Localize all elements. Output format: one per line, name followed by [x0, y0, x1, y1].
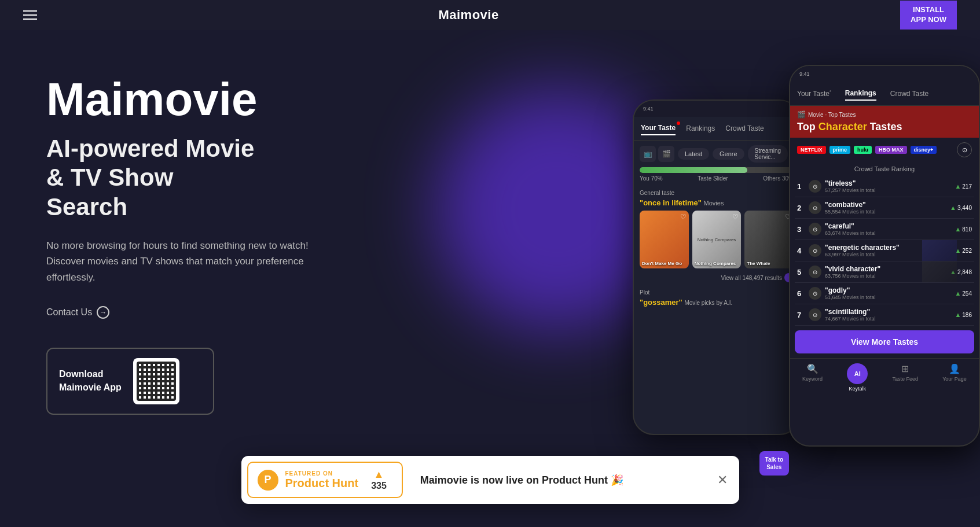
bottom-nav-taste-feed[interactable]: ⊞ Taste Feed — [892, 363, 918, 392]
rank-bg-color-5 — [922, 261, 957, 282]
phone2-tab-crowd-taste[interactable]: Crowd Taste — [890, 87, 928, 100]
taste-icon-4: ⊙ — [809, 244, 821, 257]
taste-info-3: careful 63,674 Movies in total — [825, 222, 955, 236]
movie-card-1[interactable]: ♡ Don't Make Me Go — [640, 211, 689, 268]
install-app-button[interactable]: INSTALL APP NOW — [900, 1, 957, 30]
rank-num-5: 5 — [797, 268, 809, 277]
taste-feed-icon: ⊞ — [901, 363, 909, 374]
rank-change-7: 186 — [962, 312, 972, 318]
keyword-icon: 🔍 — [807, 363, 818, 374]
taste-icon-3: ⊙ — [809, 223, 821, 235]
taste-count-6: 51,645 Movies in total — [825, 294, 955, 300]
rank-num-7: 7 — [797, 311, 809, 319]
taste-icon-5: ⊙ — [809, 266, 821, 278]
phone2-breadcrumb: 🎬 Movie · Top Tastes — [797, 110, 972, 119]
ranking-item-3[interactable]: 3 ⊙ careful 63,674 Movies in total ▲ 810 — [795, 219, 974, 240]
bottom-nav-your-page[interactable]: 👤 Your Page — [942, 363, 967, 392]
rank-bg-5 — [922, 261, 957, 282]
phone2-tab-rankings[interactable]: Rankings — [845, 87, 876, 101]
taste-name-2: combative — [825, 201, 950, 209]
movie-card-1-title: Don't Make Me Go — [642, 261, 687, 266]
hero-left-content: Maimovie AI-powered Movie& TV ShowSearch… — [46, 65, 370, 415]
hamburger-menu[interactable] — [23, 10, 37, 20]
bottom-nav-ai-keytalk[interactable]: AI Keytalk — [847, 363, 868, 392]
taste-name-3: careful — [825, 222, 955, 230]
hero-section: Maimovie AI-powered Movie& TV ShowSearch… — [0, 30, 980, 527]
view-all-btn[interactable]: View all 148,497 results → — [721, 273, 794, 282]
phone1-tab-crowd-taste[interactable]: Crowd Taste — [725, 122, 764, 135]
tv-icon[interactable]: 📺 — [640, 146, 656, 162]
ranking-list: 1 ⊙ tireless 57,257 Movies in total ▲ 21… — [790, 176, 979, 326]
ph-vote-count: 335 — [371, 481, 387, 491]
ph-upvote-arrow: ▲ — [374, 469, 384, 481]
disney-badge[interactable]: disney+ — [911, 146, 937, 154]
taste-slider-you-label: You 70% — [640, 175, 663, 182]
hbo-badge[interactable]: HBO MAX — [875, 146, 907, 154]
ph-featured-label: FEATURED ON — [285, 470, 359, 477]
taste-slider-fill — [640, 167, 747, 173]
ph-close-button[interactable]: ✕ — [706, 473, 739, 488]
general-taste-label: General taste — [634, 186, 799, 197]
bottom-nav-keyword[interactable]: 🔍 Keyword — [802, 363, 823, 392]
prime-badge[interactable]: prime — [829, 146, 851, 154]
hero-subtitle: AI-powered Movie& TV ShowSearch — [46, 134, 370, 222]
rank-change-6: 254 — [962, 290, 972, 297]
download-app-box: DownloadMaimovie App — [46, 348, 214, 415]
rank-arrow-3: ▲ — [955, 226, 961, 233]
taste-name-6: godly — [825, 286, 955, 294]
ranking-item-2[interactable]: 2 ⊙ combative 55,554 Movies in total ▲ 3… — [795, 197, 974, 219]
phone1-tab-rankings[interactable]: Rankings — [686, 122, 715, 135]
rank-num-6: 6 — [797, 289, 809, 298]
taste-icon-1: ⊙ — [809, 180, 821, 193]
taste-name-7: scintillating — [825, 308, 955, 316]
talk-to-sales-button[interactable]: Talk toSales — [759, 451, 789, 476]
filter-genre[interactable]: Genre — [713, 148, 744, 160]
movie-card-2[interactable]: Nothing Compares ♡ Nothing Compares — [692, 211, 742, 268]
taste-count-1: 57,257 Movies in total — [825, 187, 955, 193]
product-hunt-p-icon: P — [258, 470, 278, 491]
ranking-item-1[interactable]: 1 ⊙ tireless 57,257 Movies in total ▲ 21… — [795, 176, 974, 197]
taste-name-1: tireless — [825, 179, 955, 187]
taste-info-7: scintillating 74,667 Movies in total — [825, 308, 955, 322]
phone1-tab-your-taste[interactable]: Your Taste — [641, 121, 676, 135]
hulu-badge[interactable]: hulu — [854, 146, 872, 154]
plot-label: Plot — [634, 287, 799, 297]
contact-us-link[interactable]: Contact Us → — [46, 306, 370, 319]
rank-bg-color-4 — [922, 240, 957, 261]
movie-icon[interactable]: 🎬 — [658, 146, 674, 162]
ph-brand-label: Product Hunt — [285, 477, 359, 490]
heart-icon-1[interactable]: ♡ — [680, 213, 687, 221]
your-page-label: Your Page — [942, 376, 967, 382]
movie-card-3[interactable]: ♡ The Whale — [744, 211, 794, 268]
taste-slider-bar[interactable] — [640, 167, 794, 173]
filter-latest[interactable]: Latest — [678, 148, 709, 160]
movie-card-2-title: Nothing Compares — [695, 261, 739, 266]
phone2-filter-button[interactable]: ⊙ — [957, 142, 972, 157]
taste-count-3: 63,674 Movies in total — [825, 230, 955, 236]
heart-icon-2[interactable]: ♡ — [732, 213, 739, 221]
taste-feed-label: Taste Feed — [892, 376, 918, 382]
phone-2-mockup: 9:41 Your Taste* Rankings Crowd Taste 🎬 … — [789, 65, 980, 447]
phone1-filter-bar: 📺 🎬 Latest Genre Streaming Servic... ⊙ — [634, 141, 799, 167]
filter-streaming[interactable]: Streaming Servic... — [748, 145, 788, 163]
taste-info-1: tireless 57,257 Movies in total — [825, 179, 955, 193]
product-hunt-badge[interactable]: P FEATURED ON Product Hunt ▲ 335 — [247, 462, 403, 498]
rank-arrow-6: ▲ — [955, 290, 961, 297]
rank-arrow-1: ▲ — [955, 183, 961, 190]
nav-logo: Maimovie — [438, 8, 498, 23]
movie-cards-row: ♡ Don't Make Me Go Nothing Compares ♡ No… — [634, 211, 799, 273]
ranking-item-5[interactable]: 5 ⊙ vivid character 63,756 Movies in tot… — [795, 261, 974, 283]
phone2-tabs: Your Taste* Rankings Crowd Taste — [790, 82, 979, 106]
contact-us-label: Contact Us — [46, 307, 92, 318]
ranking-item-6[interactable]: 6 ⊙ godly 51,645 Movies in total ▲ 254 — [795, 283, 974, 304]
taste-count-7: 74,667 Movies in total — [825, 316, 955, 322]
phone2-streaming-row: NETFLIX prime hulu HBO MAX disney+ ⊙ — [790, 138, 979, 162]
phone2-tab-your-taste[interactable]: Your Taste* — [797, 87, 831, 100]
ranking-item-4[interactable]: 4 ⊙ energetic characters 63,997 Movies i… — [795, 240, 974, 261]
taste-slider-section: You 70% Taste Slider Others 30% — [634, 167, 799, 186]
view-more-tastes-button[interactable]: View More Tastes — [795, 330, 974, 353]
view-all-results-link[interactable]: View all 148,497 results → — [634, 273, 799, 287]
taste-quote: "once in lifetime" Movies — [634, 197, 799, 211]
ranking-item-7[interactable]: 7 ⊙ scintillating 74,667 Movies in total… — [795, 304, 974, 326]
netflix-badge[interactable]: NETFLIX — [797, 146, 826, 154]
